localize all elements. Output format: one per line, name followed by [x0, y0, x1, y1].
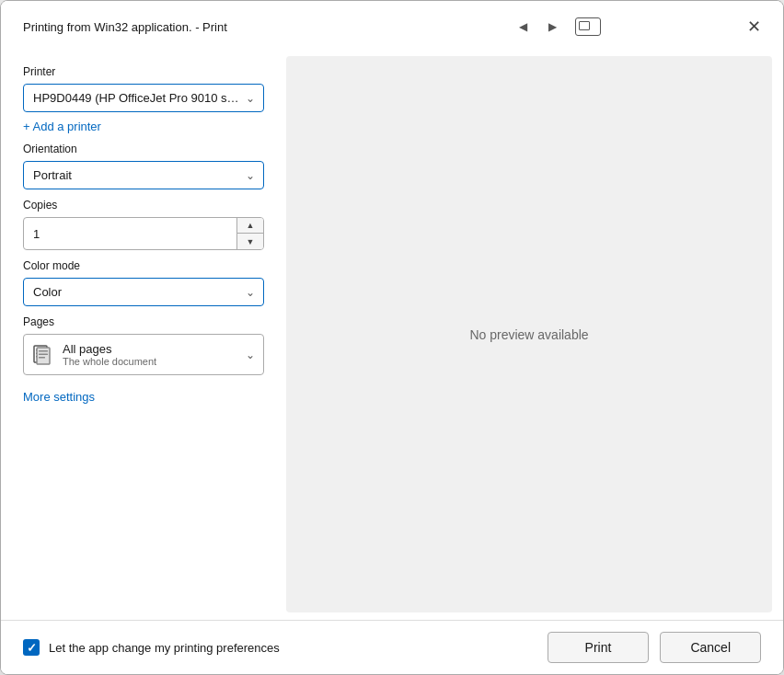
print-button[interactable]: Print: [548, 632, 650, 663]
copies-decrement-button[interactable]: ▼: [237, 234, 263, 249]
pages-sub-text: The whole document: [63, 356, 156, 367]
copies-input[interactable]: [24, 221, 236, 247]
add-printer-link[interactable]: + Add a printer: [23, 120, 264, 133]
nav-controls: ◀ ▶: [513, 16, 601, 38]
pages-text: All pages The whole document: [63, 342, 156, 367]
title-bar: Printing from Win32 application. - Print…: [1, 1, 783, 49]
bottom-bar: Let the app change my printing preferenc…: [1, 620, 783, 674]
svg-rect-6: [39, 353, 48, 355]
pages-doc-icon: [33, 345, 52, 365]
copies-input-wrapper: ▲ ▼: [23, 217, 264, 250]
copies-increment-button[interactable]: ▲: [237, 218, 263, 234]
printer-select[interactable]: HP9D0449 (HP OfficeJet Pro 9010 s…: [23, 84, 264, 112]
checkbox-checked[interactable]: [23, 639, 40, 656]
close-button[interactable]: ✕: [739, 12, 768, 41]
more-settings-link[interactable]: More settings: [23, 390, 264, 404]
cancel-button[interactable]: Cancel: [660, 632, 761, 663]
expand-button[interactable]: [575, 17, 601, 36]
nav-forward-button[interactable]: ▶: [542, 16, 564, 38]
preview-panel: No preview available: [286, 56, 772, 612]
svg-rect-5: [39, 350, 48, 352]
preview-text: No preview available: [469, 327, 588, 342]
pages-custom-select[interactable]: All pages The whole document: [23, 334, 264, 375]
pages-main-text: All pages: [63, 342, 156, 356]
color-label: Color mode: [23, 259, 264, 272]
checkbox-label[interactable]: Let the app change my printing preferenc…: [23, 639, 280, 656]
main-content: Printer HP9D0449 (HP OfficeJet Pro 9010 …: [1, 49, 783, 620]
orientation-select[interactable]: Portrait Landscape: [23, 161, 264, 189]
print-dialog: Printing from Win32 application. - Print…: [0, 0, 784, 675]
svg-rect-7: [39, 357, 45, 359]
pages-label: Pages: [23, 315, 264, 328]
bottom-buttons: Print Cancel: [548, 632, 761, 663]
copies-label: Copies: [23, 199, 264, 212]
printer-label: Printer: [23, 65, 264, 78]
copies-spinners: ▲ ▼: [236, 218, 263, 249]
svg-rect-4: [37, 348, 50, 364]
pages-select-wrapper[interactable]: All pages The whole document ⌄: [23, 334, 264, 375]
orientation-label: Orientation: [23, 143, 264, 155]
printer-select-wrapper[interactable]: HP9D0449 (HP OfficeJet Pro 9010 s… ⌄: [23, 84, 264, 112]
dialog-title: Printing from Win32 application. - Print: [23, 20, 227, 34]
checkbox-text: Let the app change my printing preferenc…: [49, 641, 280, 655]
orientation-select-wrapper[interactable]: Portrait Landscape ⌄: [23, 161, 264, 189]
left-panel: Printer HP9D0449 (HP OfficeJet Pro 9010 …: [1, 49, 286, 620]
color-select-wrapper[interactable]: Color Black and White ⌄: [23, 278, 264, 306]
color-select[interactable]: Color Black and White: [23, 278, 264, 306]
nav-back-button[interactable]: ◀: [513, 16, 535, 38]
